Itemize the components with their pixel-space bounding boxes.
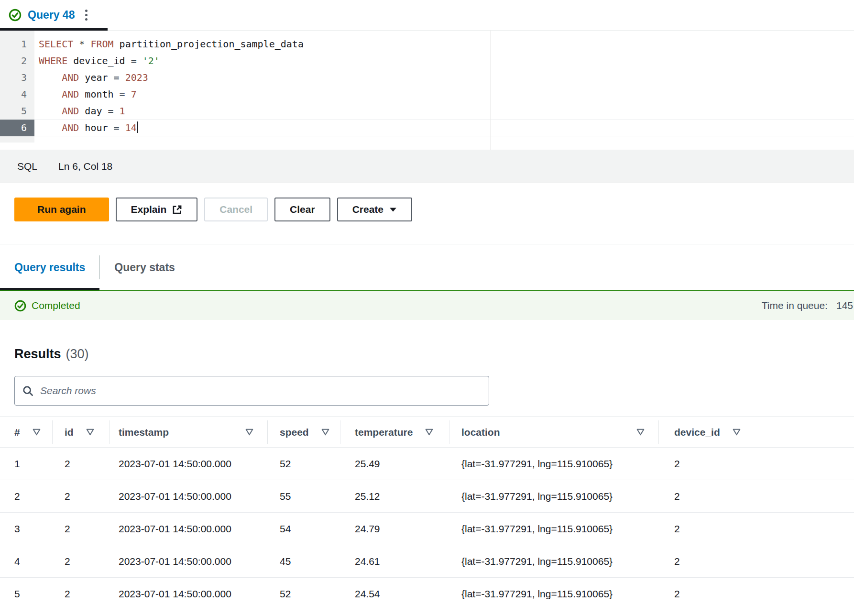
code-token: [39, 88, 62, 100]
code-token: 7: [131, 88, 137, 100]
filter-icon[interactable]: [86, 429, 94, 436]
editor-line-number[interactable]: 3: [0, 69, 34, 86]
code-token: [120, 72, 125, 83]
results-title-label: Results: [14, 347, 61, 362]
table-cell: 25.12: [340, 491, 449, 502]
column-header-label: id: [65, 427, 74, 438]
code-token: [137, 55, 142, 66]
tab-query-stats[interactable]: Query stats: [100, 244, 189, 290]
table-cell: 2023-07-01 14:50:00.000: [110, 491, 268, 502]
query-status-banner: Completed Time in queue: 145: [0, 290, 854, 320]
tab-query-48[interactable]: Query 48: [0, 0, 108, 30]
table-cell: 2023-07-01 14:50:00.000: [110, 556, 268, 567]
table-cell: 55: [268, 491, 340, 502]
code-token: year: [79, 72, 113, 83]
explain-button[interactable]: Explain: [116, 198, 198, 221]
editor-code-line[interactable]: AND day = 1: [34, 103, 854, 120]
code-token: *: [79, 38, 85, 50]
clear-button[interactable]: Clear: [274, 198, 330, 221]
code-token: AND: [62, 122, 79, 133]
editor-line-number[interactable]: 2: [0, 53, 34, 69]
column-header-num[interactable]: #: [0, 417, 53, 447]
column-header-location[interactable]: location: [449, 417, 659, 447]
editor-line-number[interactable]: 1: [0, 36, 34, 53]
code-token: [125, 88, 131, 100]
table-cell: 3: [0, 523, 53, 535]
filter-icon[interactable]: [33, 429, 41, 436]
search-rows-box[interactable]: [14, 376, 489, 406]
table-cell: {lat=-31.977291, lng=115.910065}: [449, 588, 659, 600]
code-token: [39, 72, 62, 83]
filter-icon[interactable]: [245, 429, 253, 436]
tab-options-kebab-icon[interactable]: [82, 8, 90, 22]
table-cell: 2: [53, 588, 110, 600]
column-header-speed[interactable]: speed: [268, 417, 340, 447]
search-input[interactable]: [40, 385, 481, 396]
table-cell: 52: [268, 458, 340, 470]
column-header-label: speed: [280, 427, 309, 438]
code-token: partition_projection_sample_data: [114, 38, 304, 50]
column-header-timestamp[interactable]: timestamp: [110, 417, 268, 447]
filter-icon[interactable]: [425, 429, 433, 436]
editor-code-line[interactable]: AND year = 2023: [34, 69, 854, 86]
editor-code-line[interactable]: AND month = 7: [34, 86, 854, 103]
results-table: #idtimestampspeedtemperaturelocationdevi…: [0, 417, 854, 610]
completed-check-icon: [14, 300, 26, 312]
tab-query-results-label: Query results: [14, 261, 85, 274]
editor-code-area[interactable]: SELECT * FROM partition_projection_sampl…: [34, 31, 854, 150]
table-cell: 52: [268, 588, 340, 600]
query-success-icon: [9, 9, 22, 22]
table-row: 322023-07-01 14:50:00.0005424.79{lat=-31…: [0, 513, 854, 545]
column-header-label: location: [461, 427, 500, 438]
table-cell: 2: [0, 491, 53, 502]
editor-line-number[interactable]: 6: [0, 120, 34, 136]
tab-query-stats-label: Query stats: [114, 261, 175, 274]
table-cell: 2023-07-01 14:50:00.000: [110, 588, 268, 600]
column-header-device_id[interactable]: device_id: [659, 417, 760, 447]
column-header-temperature[interactable]: temperature: [340, 417, 449, 447]
results-count: (30): [66, 347, 89, 362]
table-cell: 2: [659, 523, 760, 535]
table-row: 222023-07-01 14:50:00.0005525.12{lat=-31…: [0, 480, 854, 513]
table-cell: 5: [0, 588, 53, 600]
editor-line-number[interactable]: 4: [0, 86, 34, 103]
editor-code-line[interactable]: AND hour = 14: [34, 120, 854, 136]
editor-gutter[interactable]: 123456: [0, 31, 34, 143]
editor-code-line[interactable]: SELECT * FROM partition_projection_sampl…: [34, 36, 854, 53]
results-title: Results (30): [14, 347, 840, 362]
editor-language-label: SQL: [17, 161, 37, 172]
filter-icon[interactable]: [636, 429, 645, 436]
table-cell: 2: [659, 458, 760, 470]
editor-code-line[interactable]: WHERE device_id = '2': [34, 53, 854, 69]
column-header-label: temperature: [355, 427, 413, 438]
filter-icon[interactable]: [321, 429, 329, 436]
results-table-header: #idtimestampspeedtemperaturelocationdevi…: [0, 417, 854, 448]
code-token: [85, 38, 90, 50]
filter-icon[interactable]: [733, 429, 741, 436]
table-cell: {lat=-31.977291, lng=115.910065}: [449, 458, 659, 470]
athena-query-editor: Query 48 123456 SELECT * FROM partition_…: [0, 0, 854, 616]
create-button[interactable]: Create: [337, 198, 412, 221]
sql-editor[interactable]: 123456 SELECT * FROM partition_projectio…: [0, 31, 854, 150]
column-header-label: device_id: [674, 427, 720, 438]
code-token: day: [79, 105, 108, 117]
tab-query-results[interactable]: Query results: [0, 244, 99, 290]
column-header-id[interactable]: id: [53, 417, 110, 447]
results-table-body: 122023-07-01 14:50:00.0005225.49{lat=-31…: [0, 448, 854, 610]
table-cell: {lat=-31.977291, lng=115.910065}: [449, 556, 659, 567]
code-token: AND: [62, 72, 79, 83]
search-icon: [22, 385, 33, 396]
column-header-label: timestamp: [119, 427, 169, 438]
code-token: AND: [62, 88, 79, 100]
editor-line-number[interactable]: 5: [0, 103, 34, 120]
code-token: [39, 105, 62, 117]
editor-print-margin: [490, 31, 491, 150]
run-again-button[interactable]: Run again: [14, 198, 109, 221]
code-token: SELECT: [39, 38, 73, 50]
table-cell: {lat=-31.977291, lng=115.910065}: [449, 523, 659, 535]
table-row: 122023-07-01 14:50:00.0005225.49{lat=-31…: [0, 448, 854, 480]
code-token: =: [131, 55, 137, 66]
table-cell: 2: [53, 458, 110, 470]
external-link-icon: [172, 205, 182, 215]
table-cell: 2: [659, 588, 760, 600]
